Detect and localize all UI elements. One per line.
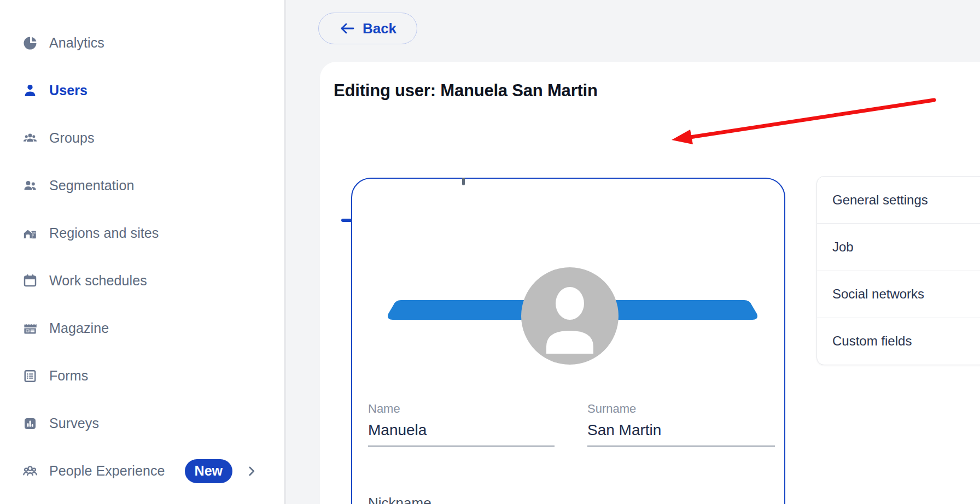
cursor-notch [462,178,465,185]
sidebar-item-groups[interactable]: Groups [0,114,284,162]
sidebar-item-segmentation[interactable]: Segmentation [0,162,284,209]
sidebar-item-forms[interactable]: Forms [0,352,284,400]
chevron-right-icon[interactable] [244,464,259,478]
sidebar-item-work-schedules[interactable]: Work schedules [0,257,284,304]
people-experience-icon [22,463,38,479]
sidebar-item-label: People Experience [49,463,165,479]
back-button[interactable]: Back [318,13,417,44]
settings-panel: General settings Job Social networks Cus… [816,176,980,365]
house-buildings-icon [22,225,38,242]
nickname-label: Nickname [368,495,431,504]
back-button-label: Back [363,20,396,37]
form-list-icon [22,368,38,384]
bar-chart-icon [22,415,38,432]
panel-item-general-settings[interactable]: General settings [817,177,980,223]
panel-item-job[interactable]: Job [817,223,980,270]
sidebar-item-label: Surveys [49,415,99,431]
nickname-field-group: Nickname [368,495,431,504]
surname-field-group: Surname [587,402,775,447]
sidebar-item-label: Analytics [49,35,104,51]
back-arrow-icon [339,22,355,35]
sidebar-item-people-experience[interactable]: People Experience New [0,447,284,495]
panel-item-custom-fields[interactable]: Custom fields [817,318,980,365]
surname-input[interactable] [587,421,775,447]
user-profile-form-card: Name Surname Nickname [351,178,785,504]
sidebar-item-analytics[interactable]: Analytics [0,19,284,67]
sidebar-item-regions-and-sites[interactable]: Regions and sites [0,209,284,257]
app-root: Analytics Users Groups [0,0,980,504]
name-field-group: Name [368,402,555,447]
avatar[interactable] [521,267,619,365]
sidebar-item-label: Regions and sites [49,225,159,241]
sidebar-item-label: Forms [49,368,88,384]
sidebar-item-label: Users [49,83,88,98]
sidebar-item-label: Work schedules [49,273,147,289]
new-badge: New [185,459,232,483]
sidebar-item-users[interactable]: Users [0,67,284,114]
panel-item-social-networks[interactable]: Social networks [817,271,980,318]
surname-label: Surname [587,402,775,416]
pie-chart-icon [22,35,38,51]
sidebar-item-label: Segmentation [49,178,134,194]
sidebar-item-label: Magazine [49,320,109,336]
people-group-icon [22,130,38,146]
sidebar-item-surveys[interactable]: Surveys [0,400,284,447]
sidebar: Analytics Users Groups [0,0,286,504]
page-title: Editing user: Manuela San Martin [334,81,598,101]
newspaper-icon [22,320,38,337]
sidebar-item-magazine[interactable]: Magazine [0,304,284,352]
name-input[interactable] [368,421,555,447]
calendar-icon [22,273,38,289]
name-label: Name [368,402,555,416]
two-people-icon [22,178,38,194]
sidebar-item-label: Groups [49,130,95,146]
user-icon [22,83,38,99]
